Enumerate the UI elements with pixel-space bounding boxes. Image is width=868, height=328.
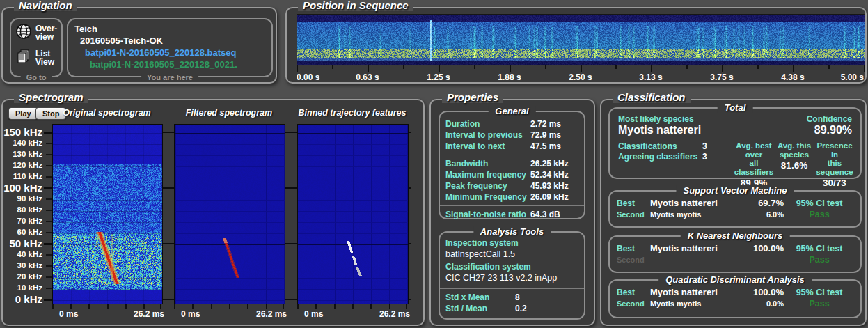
filtered-spectrogram-title: Filtered spectrogram [174,108,284,118]
frequency-tick-label: 40 kHz [3,249,42,260]
frequency-tick [44,187,52,189]
navigation-panel: Navigation Over- view List View Go to Te… [1,7,277,84]
frequency-tick [46,210,52,211]
sequence-time-label: 0.63 s [356,72,379,82]
knn-box: K Nearest Neighbours Best Myotis nattere… [608,235,862,273]
ci-test-label: 95% CI test [784,244,855,253]
best-label: Best [617,244,650,253]
most-likely-species-label: Most likely species [618,114,694,124]
x-start-label-1: 0 ms [59,309,78,319]
most-likely-species-value: Myotis nattereri [618,124,701,136]
breadcrumb-site[interactable]: Teich [68,23,271,35]
second-species: Myotis myotis [650,210,728,219]
properties-title: Properties [442,91,503,103]
time-tick [88,304,90,309]
sequence-time-tick [510,65,511,72]
second-percent: 0.0% [728,299,784,308]
globe-icon [15,23,32,42]
ci-test-label: 95% CI test [784,198,855,208]
frequency-tick [46,265,52,267]
property-row: Maximum frequency52.34 kHz [440,169,584,180]
time-tick [297,304,299,309]
frequency-tick [46,143,52,144]
goto-legend: Go to [21,73,52,81]
divider [440,288,584,289]
total-legend: Total [718,102,753,113]
second-label: Second [617,256,650,264]
binned-trajectory-plot [297,124,409,304]
sequence-time-label: 2.50 s [569,72,592,82]
frequency-tick-label: 120 kHz [3,160,42,171]
sequence-time-label: 4.38 s [781,72,804,82]
x-end-label-1: 26.2 ms [128,309,164,319]
best-label: Best [617,288,650,297]
time-tick [247,304,248,309]
knn-legend: K Nearest Neighbours [681,231,790,241]
sequence-time-tick [828,65,830,69]
breadcrumb-sequence-link[interactable]: batpi01-N-20160505_220128.batseq [68,47,271,58]
sequence-time-label: 1.25 s [427,72,450,82]
frequency-tick-label: 0 kHz [3,294,42,304]
time-tick [160,304,161,309]
property-row: Std x Mean8 [440,292,584,303]
second-percent: 6.0% [728,210,784,219]
general-box: General Duration2.72 ms Interval to prev… [439,111,585,219]
x-start-label-3: 0 ms [304,309,323,319]
property-row: Bandwidth26.25 kHz [440,158,584,169]
frequency-tick [46,221,52,222]
sequence-time-tick [545,65,546,69]
property-row: Minimum Frequency26.09 kHz [440,192,584,203]
frequency-tick [46,198,52,200]
list-view-label: List View [35,49,54,66]
time-tick [107,304,109,309]
property-row: Interval to previous72.9 ms [440,130,584,141]
list-view-button[interactable]: List View [11,45,61,70]
sequence-time-tick [332,65,333,69]
qda-box: Quadratic Discriminant Analysis Best Myo… [608,279,862,318]
divider [440,205,584,206]
frequency-tick [46,254,52,256]
property-row: Duration2.72 ms [440,118,584,130]
ci-test-result: Pass [784,255,855,265]
time-tick [125,304,127,309]
frequency-tick-label: 10 kHz [3,283,42,293]
frequency-tick-label: 100 kHz [3,182,42,193]
sequence-time-label: 0.00 s [297,72,319,82]
binned-trajectory-title: Binned trajectory features [297,108,407,118]
sequence-time-tick [722,65,723,72]
frequency-tick [46,276,52,278]
classifications-row: Classifications3 [618,141,734,152]
frequency-tick-label: 60 kHz [3,227,42,237]
you-are-here-legend: You are here [141,73,198,81]
goto-box: Over- view List View Go to [10,18,63,77]
sequence-time-tick [581,65,582,72]
filtered-spectrogram-plot [174,124,285,304]
second-label: Second [617,299,650,308]
frequency-tick-label: 70 kHz [3,216,42,226]
property-row: Signal-to-noise ratio64.3 dB [440,209,584,220]
time-tick [352,304,354,309]
time-tick [389,304,390,309]
x-end-label-3: 26.2 ms [374,309,410,319]
frequency-tick-label: 140 kHz [3,138,42,148]
original-spectrogram-title: Original spectrogram [52,108,161,118]
sequence-time-tick [686,65,688,69]
classification-title: Classification [613,91,691,103]
sequence-time-tick [651,65,652,72]
sequence-spectrogram-strip[interactable] [297,14,865,65]
classification-system-value: CIC CH27 23 113 v2.2 inApp [440,272,584,286]
frequency-tick [46,232,52,233]
frequency-tick [44,132,52,134]
divider [440,155,584,155]
frequency-tick [46,165,52,166]
qda-legend: Quadratic Discriminant Analysis [658,274,812,285]
play-button[interactable]: Play [8,107,38,120]
confidence-label: Confidence [807,114,852,124]
best-species: Myotis nattereri [650,287,728,297]
breadcrumb-session[interactable]: 20160505-Teich-OK [68,35,271,47]
best-percent: 100.0% [728,287,784,297]
frequency-tick-label: 30 kHz [3,260,42,271]
overview-button[interactable]: Over- view [11,19,61,45]
time-tick [70,304,72,309]
time-tick [406,304,407,309]
